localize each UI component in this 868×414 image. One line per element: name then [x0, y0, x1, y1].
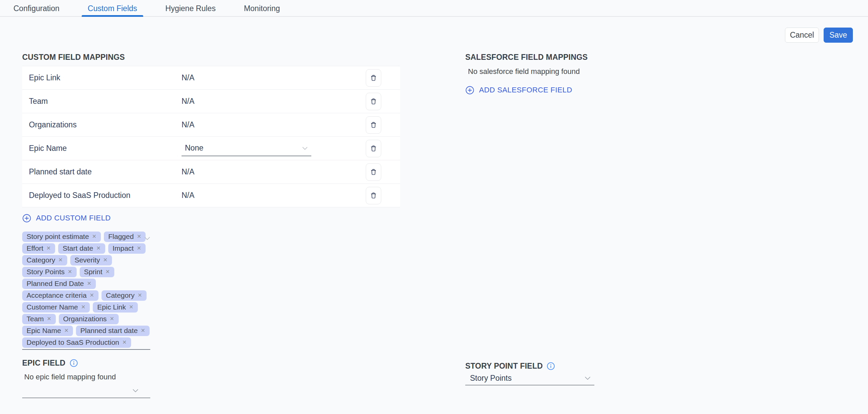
chip-label: Deployed to SaaS Production	[27, 339, 119, 346]
delete-field-button[interactable]	[366, 69, 381, 87]
chip-remove-icon[interactable]: ✕	[68, 269, 72, 275]
chip-label: Start date	[63, 244, 93, 252]
field-chip: Impact✕	[108, 243, 146, 254]
story-point-field-section: STORY POINT FIELD Story Points	[465, 361, 594, 385]
chip-remove-icon[interactable]: ✕	[58, 257, 63, 263]
chevron-down-icon	[301, 144, 309, 153]
add-salesforce-field-button[interactable]: ADD SALESFORCE FIELD	[465, 85, 572, 95]
field-chip: Story Points✕	[22, 267, 76, 277]
chip-remove-icon[interactable]: ✕	[137, 293, 142, 298]
chip-label: Epic Name	[27, 327, 61, 335]
info-icon[interactable]	[70, 359, 78, 367]
epic-field-section: EPIC FIELD No epic field mapping found	[22, 358, 400, 398]
chip-remove-icon[interactable]: ✕	[46, 246, 51, 251]
chip-remove-icon[interactable]: ✕	[87, 281, 91, 286]
chip-remove-icon[interactable]: ✕	[90, 293, 94, 298]
chip-remove-icon[interactable]: ✕	[141, 328, 145, 333]
table-row: TeamN/A	[22, 89, 400, 113]
epic-field-title: EPIC FIELD	[22, 358, 66, 368]
add-custom-field-button[interactable]: ADD CUSTOM FIELD	[22, 213, 111, 223]
info-icon[interactable]	[547, 362, 555, 370]
chip-label: Team	[27, 315, 44, 323]
field-chip-list: Story point estimate✕Flagged✕Effort✕Star…	[22, 231, 163, 348]
epic-field-select[interactable]	[22, 383, 150, 398]
delete-field-button[interactable]	[366, 163, 381, 181]
chip-remove-icon[interactable]: ✕	[96, 246, 100, 251]
salesforce-field-mappings-title: SALESFORCE FIELD MAPPINGS	[465, 53, 721, 62]
field-chip: Sprint✕	[80, 267, 114, 277]
action-buttons: Cancel Save	[785, 28, 853, 43]
chip-remove-icon[interactable]: ✕	[137, 246, 141, 251]
table-row: Planned start dateN/A	[22, 160, 400, 184]
chip-label: Organizations	[63, 315, 107, 323]
chevron-down-icon	[131, 386, 140, 395]
custom-field-mappings-title: CUSTOM FIELD MAPPINGS	[22, 53, 400, 62]
field-value: N/A	[182, 73, 366, 82]
add-custom-field-label: ADD CUSTOM FIELD	[36, 214, 111, 222]
plus-circle-icon	[22, 214, 31, 223]
chip-label: Customer Name	[27, 303, 78, 311]
epic-field-empty-text: No epic field mapping found	[22, 373, 400, 381]
story-point-field-select[interactable]: Story Points	[465, 371, 594, 385]
field-value-select[interactable]: None	[182, 141, 311, 156]
field-label: Epic Link	[29, 73, 182, 82]
chevron-down-icon	[583, 373, 592, 383]
chip-label: Flagged	[108, 232, 134, 241]
trash-icon	[369, 121, 377, 129]
field-value: None	[182, 144, 204, 153]
table-row: Deployed to SaaS ProductionN/A	[22, 184, 400, 207]
chip-remove-icon[interactable]: ✕	[105, 269, 110, 275]
delete-field-button[interactable]	[366, 116, 381, 134]
tab-bar: ConfigurationCustom FieldsHygiene RulesM…	[0, 0, 868, 17]
cancel-button[interactable]: Cancel	[785, 28, 819, 43]
field-label: Organizations	[29, 120, 182, 129]
field-chip: Planned start date✕	[76, 326, 150, 336]
add-salesforce-field-label: ADD SALESFORCE FIELD	[479, 86, 572, 94]
field-label: Planned start date	[29, 167, 182, 177]
field-chip: Flagged✕	[104, 231, 146, 242]
chevron-down-icon[interactable]	[143, 233, 152, 244]
chip-label: Category	[27, 256, 55, 264]
chip-remove-icon[interactable]: ✕	[64, 328, 69, 333]
tab-configuration[interactable]: Configuration	[7, 0, 66, 17]
custom-field-mappings-table: Epic LinkN/ATeamN/AOrganizationsN/AEpic …	[22, 66, 400, 207]
tab-hygiene-rules[interactable]: Hygiene Rules	[159, 0, 222, 17]
multiselect-underline	[22, 349, 150, 350]
chip-remove-icon[interactable]: ✕	[137, 234, 141, 239]
trash-icon	[369, 168, 377, 176]
delete-field-button[interactable]	[366, 187, 381, 204]
trash-icon	[369, 74, 377, 82]
chip-label: Category	[106, 291, 134, 299]
chip-remove-icon[interactable]: ✕	[122, 340, 127, 345]
chip-remove-icon[interactable]: ✕	[47, 316, 51, 322]
field-chip: Deployed to SaaS Production✕	[22, 338, 131, 348]
save-button[interactable]: Save	[824, 28, 853, 43]
delete-field-button[interactable]	[366, 140, 381, 157]
chip-label: Planned start date	[80, 327, 137, 335]
trash-icon	[369, 97, 377, 105]
field-chip: Organizations✕	[59, 314, 119, 324]
chip-remove-icon[interactable]: ✕	[103, 257, 107, 263]
story-point-field-title: STORY POINT FIELD	[465, 361, 542, 371]
field-chip: Team✕	[22, 314, 56, 324]
field-label: Deployed to SaaS Production	[29, 191, 182, 200]
salesforce-field-mappings-section: SALESFORCE FIELD MAPPINGS No salesforce …	[465, 53, 721, 96]
field-value-cell: None	[182, 141, 366, 156]
chip-remove-icon[interactable]: ✕	[110, 316, 114, 322]
chip-label: Epic Link	[97, 303, 126, 311]
field-value: N/A	[182, 167, 366, 177]
field-chip: Effort✕	[22, 243, 55, 254]
delete-field-button[interactable]	[366, 93, 381, 110]
field-label: Team	[29, 97, 182, 106]
chip-remove-icon[interactable]: ✕	[81, 305, 85, 310]
chip-remove-icon[interactable]: ✕	[92, 234, 96, 239]
tab-monitoring[interactable]: Monitoring	[238, 0, 286, 17]
tab-custom-fields[interactable]: Custom Fields	[82, 0, 143, 17]
field-chip: Customer Name✕	[22, 302, 90, 313]
chip-remove-icon[interactable]: ✕	[129, 305, 133, 310]
field-chip: Epic Name✕	[22, 326, 73, 336]
field-chip: Severity✕	[70, 255, 112, 265]
field-chip: Start date✕	[58, 243, 105, 254]
field-value: N/A	[182, 97, 366, 106]
chip-label: Story Points	[27, 268, 65, 276]
